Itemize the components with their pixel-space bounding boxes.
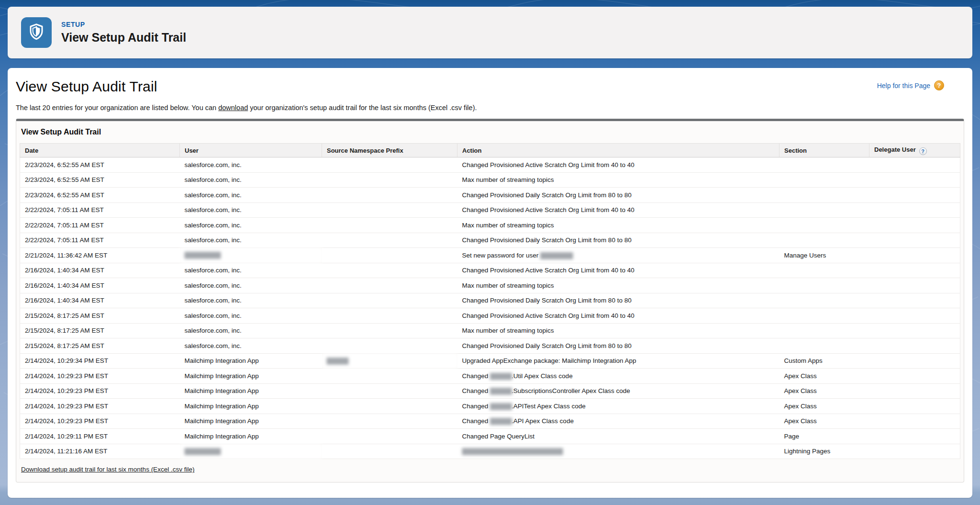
cell-action: Changed Provisioned Daily Scratch Org Li…: [457, 188, 780, 203]
cell-section: Apex Class: [780, 399, 869, 414]
cell-section: Custom Apps: [780, 353, 869, 369]
security-icon-tile: [21, 17, 52, 48]
action-text: Changed: [462, 372, 490, 380]
help-for-this-page-link[interactable]: Help for this Page: [877, 82, 930, 90]
cell-section: [780, 157, 869, 173]
intro-text: The last 20 entries for your organizatio…: [16, 104, 964, 112]
action-text: Changed: [462, 403, 490, 410]
cell-section: [780, 263, 869, 278]
action-text: Max number of streaming topics: [462, 222, 554, 229]
cell-action: Changed ██████.APITest Apex Class code: [457, 399, 780, 414]
action-text: Changed Provisioned Daily Scratch Org Li…: [462, 297, 632, 304]
cell-delegate-user: [869, 218, 960, 233]
cell-delegate-user: [869, 414, 960, 429]
help-question-mark-icon[interactable]: ?: [934, 80, 944, 90]
cell-action: Set new password for user █████████: [457, 248, 780, 263]
cell-delegate-user: [869, 383, 960, 399]
cell-user: salesforce.com, inc.: [180, 308, 322, 324]
cell-section: [780, 202, 869, 218]
cell-date: 2/22/2024, 7:05:11 AM EST: [20, 233, 180, 248]
table-row: 2/14/2024, 11:21:16 AM EST ██████████ ██…: [20, 444, 960, 459]
action-text: Changed Provisioned Active Scratch Org L…: [462, 206, 635, 213]
intro-before: The last 20 entries for your organizatio…: [16, 104, 218, 112]
cell-date: 2/15/2024, 8:17:25 AM EST: [20, 308, 180, 324]
cell-date: 2/14/2024, 10:29:11 PM EST: [20, 429, 180, 444]
action-text: Changed Provisioned Active Scratch Org L…: [462, 267, 635, 274]
cell-date: 2/15/2024, 8:17:25 AM EST: [20, 338, 180, 354]
action-text: Upgraded AppExchange package: Mailchimp …: [462, 357, 636, 364]
cell-user: salesforce.com, inc.: [180, 202, 322, 218]
cell-action: Changed ██████.Util Apex Class code: [457, 369, 780, 384]
delegate-user-label: Delegate User: [874, 146, 916, 153]
cell-section: Apex Class: [780, 369, 869, 384]
cell-namespace-prefix: [322, 323, 457, 338]
redacted-text: ██████: [490, 388, 512, 394]
cell-date: 2/23/2024, 6:52:55 AM EST: [20, 188, 180, 203]
cell-namespace-prefix: [322, 172, 457, 188]
action-text: Changed Provisioned Active Scratch Org L…: [462, 161, 635, 168]
table-row: 2/16/2024, 1:40:34 AM EST salesforce.com…: [20, 263, 960, 278]
download-audit-trail-link[interactable]: Download setup audit trail for last six …: [21, 466, 194, 473]
cell-action: Upgraded AppExchange package: Mailchimp …: [457, 353, 780, 369]
cell-namespace-prefix: [322, 248, 457, 263]
cell-namespace-prefix: ██████: [322, 353, 457, 369]
intro-after: your organization's setup audit trail fo…: [248, 104, 477, 112]
cell-namespace-prefix: [322, 338, 457, 354]
action-text: .APITest Apex Class code: [512, 403, 586, 410]
action-text: .SubscriptionsController Apex Class code: [512, 387, 630, 394]
table-row: 2/14/2024, 10:29:23 PM EST Mailchimp Int…: [20, 414, 960, 429]
cell-action: Changed Provisioned Daily Scratch Org Li…: [457, 338, 780, 354]
cell-delegate-user: [869, 172, 960, 188]
redacted-text: ██████: [490, 403, 512, 410]
help-area: Help for this Page ?: [877, 80, 944, 90]
cell-delegate-user: [869, 399, 960, 414]
redacted-text: ████████████████████████████: [462, 448, 563, 455]
cell-namespace-prefix: [322, 278, 457, 293]
cell-section: Page: [780, 429, 869, 444]
download-inline-link[interactable]: download: [218, 104, 248, 112]
cell-namespace-prefix: [322, 218, 457, 233]
cell-action: Changed ██████.SubscriptionsController A…: [457, 383, 780, 399]
shield-icon: [27, 22, 45, 43]
cell-user: Mailchimp Integration App: [180, 429, 322, 444]
cell-delegate-user: [869, 444, 960, 459]
column-header-user: User: [180, 144, 322, 157]
redacted-text: ██████: [490, 373, 512, 380]
table-header-row: Date User Source Namespace Prefix Action…: [20, 144, 960, 157]
delegate-user-help-icon[interactable]: ?: [919, 147, 927, 155]
cell-delegate-user: [869, 233, 960, 248]
page-title: View Setup Audit Trail: [16, 79, 964, 95]
cell-user: salesforce.com, inc.: [180, 172, 322, 188]
cell-user: Mailchimp Integration App: [180, 383, 322, 399]
cell-section: [780, 338, 869, 354]
cell-namespace-prefix: [322, 233, 457, 248]
cell-delegate-user: [869, 248, 960, 263]
action-text: .API Apex Class code: [512, 417, 574, 425]
cell-namespace-prefix: [322, 188, 457, 203]
cell-date: 2/22/2024, 7:05:11 AM EST: [20, 202, 180, 218]
table-row: 2/22/2024, 7:05:11 AM EST salesforce.com…: [20, 233, 960, 248]
action-text: Set new password for user: [462, 252, 541, 259]
table-row: 2/22/2024, 7:05:11 AM EST salesforce.com…: [20, 202, 960, 218]
cell-namespace-prefix: [322, 202, 457, 218]
cell-delegate-user: [869, 323, 960, 338]
cell-user: salesforce.com, inc.: [180, 218, 322, 233]
cell-date: 2/16/2024, 1:40:34 AM EST: [20, 278, 180, 293]
table-row: 2/14/2024, 10:29:11 PM EST Mailchimp Int…: [20, 429, 960, 444]
cell-action: Max number of streaming topics: [457, 218, 780, 233]
cell-date: 2/15/2024, 8:17:25 AM EST: [20, 323, 180, 338]
main-top-section: View Setup Audit Trail Help for this Pag…: [16, 68, 964, 112]
table-row: 2/15/2024, 8:17:25 AM EST salesforce.com…: [20, 338, 960, 354]
cell-user: Mailchimp Integration App: [180, 353, 322, 369]
column-header-date: Date: [20, 144, 180, 157]
main-content-card: View Setup Audit Trail Help for this Pag…: [8, 68, 972, 498]
cell-user: salesforce.com, inc.: [180, 233, 322, 248]
table-row: 2/15/2024, 8:17:25 AM EST salesforce.com…: [20, 308, 960, 324]
cell-delegate-user: [869, 188, 960, 203]
cell-section: Apex Class: [780, 383, 869, 399]
cell-action: Changed Provisioned Daily Scratch Org Li…: [457, 293, 780, 308]
cell-action: Changed ██████.API Apex Class code: [457, 414, 780, 429]
cell-user: Mailchimp Integration App: [180, 399, 322, 414]
cell-action: Max number of streaming topics: [457, 172, 780, 188]
cell-action: Changed Provisioned Active Scratch Org L…: [457, 308, 780, 324]
